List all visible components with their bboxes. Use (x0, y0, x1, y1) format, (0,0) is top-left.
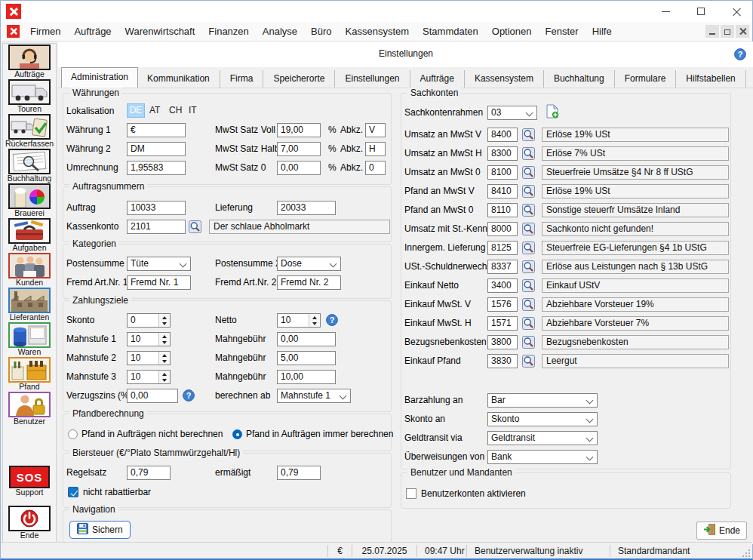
menu-analyse[interactable]: Analyse (256, 22, 304, 42)
menu-firmen[interactable]: Firmen (23, 22, 67, 42)
postensumme2-select[interactable]: Dose (277, 257, 341, 271)
sachkonto-code-input[interactable]: 8100 (487, 165, 518, 180)
fremd1-input[interactable]: Fremd Nr. 1 (127, 275, 191, 290)
lookup-icon[interactable] (522, 298, 535, 311)
sachkonto-code-input[interactable]: 3800 (487, 335, 518, 349)
mwst-0-input[interactable]: 0,00 (277, 161, 321, 175)
benutzerkonten-checkbox[interactable] (406, 488, 416, 499)
tab-formulare[interactable]: Formulare (615, 70, 677, 88)
lookup-icon[interactable] (189, 220, 201, 233)
new-document-icon[interactable] (546, 104, 560, 118)
postensumme1-select[interactable]: Tüte (127, 257, 191, 271)
abkz-halb-input[interactable]: H (365, 142, 386, 156)
tab-einstellungen[interactable]: Einstellungen (335, 70, 410, 88)
tab-hilfstabellen[interactable]: Hilfstabellen (676, 70, 745, 88)
lookup-icon[interactable] (522, 355, 535, 368)
save-button[interactable]: Sichern (69, 521, 131, 539)
tab-speicherorte[interactable]: Speicherorte (263, 70, 335, 88)
skonto-stepper[interactable]: 0 (127, 313, 171, 328)
menu-optionen[interactable]: Optionen (485, 22, 539, 42)
sidebar-item-ende[interactable]: Ende (8, 506, 51, 540)
sidebar-item-buchhaltung[interactable]: Buchhaltung (8, 149, 51, 183)
lookup-icon[interactable] (522, 279, 535, 292)
help-icon[interactable]: ? (734, 48, 746, 63)
sachkonto-code-input[interactable]: 3400 (487, 278, 518, 293)
lookup-icon[interactable] (522, 166, 535, 179)
ende-button[interactable]: Ende (696, 522, 747, 540)
locale-at-button[interactable]: AT (149, 103, 160, 118)
geldtransit-select[interactable]: Geldtransit (487, 431, 598, 445)
lookup-icon[interactable] (522, 317, 535, 330)
sidebar-item-auftraege[interactable]: Aufträge (8, 45, 51, 78)
fremd2-input[interactable]: Fremd Nr. 2 (277, 275, 341, 290)
locale-ch-button[interactable]: CH (169, 103, 182, 118)
waehrung1-input[interactable]: € (127, 123, 186, 137)
tab-kommunikation[interactable]: Kommunikation (137, 70, 220, 88)
sachkonto-code-input[interactable]: 1576 (487, 297, 518, 312)
nicht-rabattierbar-checkbox[interactable] (68, 487, 78, 497)
waehrung2-input[interactable]: DM (127, 142, 186, 156)
tab-buchhaltung[interactable]: Buchhaltung (544, 70, 615, 88)
mdi-minimize-button[interactable] (705, 25, 719, 38)
sidebar-item-pfand[interactable]: Pfand (8, 357, 51, 391)
pfand-immer-radio[interactable] (232, 429, 242, 439)
mahngebuehr2-input[interactable]: 5,00 (277, 351, 336, 365)
sidebar-item-waren[interactable]: Waren (8, 322, 51, 356)
lookup-icon[interactable] (522, 128, 535, 141)
sachkonto-code-input[interactable]: 8410 (487, 184, 518, 198)
menu-warenwirtschaft[interactable]: Warenwirtschaft (118, 22, 202, 42)
verzugszins-help-icon[interactable]: ? (183, 389, 195, 402)
mahnstufe3-stepper[interactable]: 10 (127, 370, 171, 384)
menu-finanzen[interactable]: Finanzen (201, 22, 255, 42)
netto-help-icon[interactable]: ? (326, 314, 339, 327)
abkz-0-input[interactable]: 0 (365, 161, 386, 175)
menu-auftraege[interactable]: Aufträge (67, 22, 118, 42)
ermaessigt-input[interactable]: 0,79 (277, 466, 321, 480)
umrechnung-input[interactable]: 1,95583 (127, 161, 186, 175)
sidebar-item-support[interactable]: SOS Support (9, 466, 50, 497)
lookup-icon[interactable] (522, 260, 535, 273)
lookup-icon[interactable] (522, 223, 535, 235)
mahnstufe2-stepper[interactable]: 10 (127, 351, 171, 365)
kassenkonto-input[interactable]: 2101 (127, 220, 186, 234)
mdi-restore-button[interactable] (721, 25, 734, 38)
mahngebuehr3-input[interactable]: 10,00 (277, 370, 336, 384)
verzugszins-input[interactable]: 0,00 (127, 389, 178, 403)
sachkonto-code-input[interactable]: 8000 (487, 222, 518, 236)
mwst-voll-input[interactable]: 19,00 (277, 123, 321, 137)
lookup-icon[interactable] (522, 242, 535, 254)
sachkontenrahmen-select[interactable]: 03 (487, 106, 537, 120)
tab-auftraege[interactable]: Aufträge (410, 70, 465, 88)
mahnstufe1-stepper[interactable]: 10 (127, 332, 171, 346)
sachkonto-code-input[interactable]: 8300 (487, 146, 518, 161)
auftrag-input[interactable]: 10033 (127, 201, 186, 215)
menu-fenster[interactable]: Fenster (539, 22, 585, 42)
menu-stammdaten[interactable]: Stammdaten (416, 22, 485, 42)
sidebar-item-kunden[interactable]: Kunden (8, 253, 51, 287)
tab-administration[interactable]: Administration (61, 67, 138, 88)
sachkonto-code-input[interactable]: 3830 (487, 354, 518, 368)
sachkonto-code-input[interactable]: 1571 (487, 316, 518, 331)
resize-grip[interactable] (742, 543, 752, 559)
mwst-halb-input[interactable]: 7,00 (277, 142, 321, 156)
sidebar-item-brauerei[interactable]: Brauerei (8, 183, 51, 217)
sidebar-item-benutzer[interactable]: Benutzer (8, 392, 51, 426)
skonto-an-select[interactable]: Skonto (487, 412, 598, 426)
mahngebuehr1-input[interactable]: 0,00 (277, 332, 336, 346)
sachkonto-code-input[interactable]: 8400 (487, 128, 518, 142)
ueberweisungen-select[interactable]: Bank (487, 450, 598, 464)
netto-stepper[interactable]: 10 (277, 313, 321, 328)
sachkonto-code-input[interactable]: 8337 (487, 260, 518, 274)
abkz-voll-input[interactable]: V (365, 123, 386, 137)
regelsatz-input[interactable]: 0,79 (127, 466, 171, 480)
tab-kassensystem[interactable]: Kassensystem (465, 70, 544, 88)
lookup-icon[interactable] (522, 204, 535, 217)
close-button[interactable] (719, 1, 753, 22)
barzahlung-select[interactable]: Bar (487, 393, 598, 408)
menu-buero[interactable]: Büro (304, 22, 338, 42)
sachkonto-code-input[interactable]: 8110 (487, 203, 518, 217)
lieferung-input[interactable]: 20033 (277, 201, 336, 215)
tab-firma[interactable]: Firma (220, 70, 264, 88)
menu-kassensystem[interactable]: Kassensystem (339, 22, 416, 42)
sidebar-item-aufgaben[interactable]: Aufgaben (8, 218, 51, 252)
